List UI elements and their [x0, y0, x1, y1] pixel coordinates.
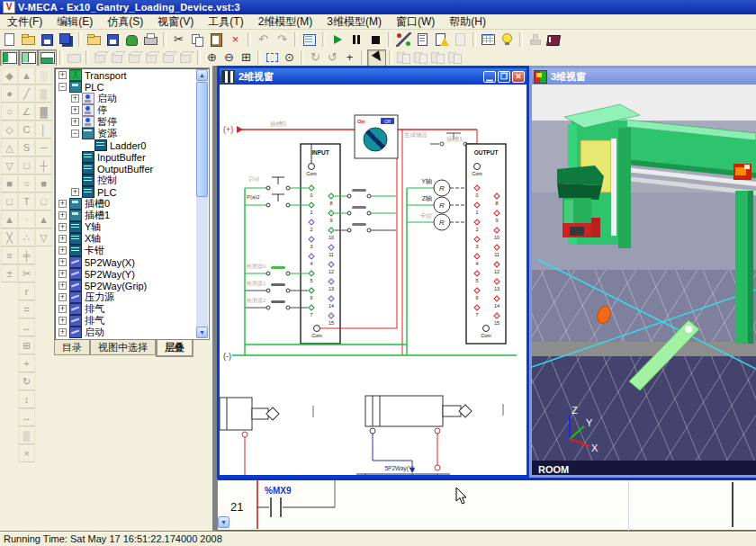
tree-item-插槽1[interactable]: +插槽1: [55, 210, 197, 221]
tree-item-Transport[interactable]: +╳Transport: [55, 69, 197, 81]
zoom-page-button[interactable]: ⊞: [238, 50, 255, 66]
menu-tools[interactable]: 工具(T): [201, 14, 250, 29]
select-cursor-button[interactable]: [367, 49, 386, 67]
tree-item-OutputBuffer[interactable]: OutputBuffer: [55, 163, 197, 175]
new-document-button[interactable]: [0, 31, 19, 49]
rotary-switch[interactable]: On Off: [355, 115, 398, 158]
expand-icon[interactable]: +: [58, 235, 67, 243]
2d-diagram-canvas[interactable]: (+) (-) On Off: [220, 85, 526, 475]
layout-2d-button[interactable]: [0, 49, 19, 67]
tree-item-排气[interactable]: +排气: [55, 315, 197, 327]
save-all-button[interactable]: [57, 31, 76, 49]
export-model-button[interactable]: [122, 31, 141, 49]
tree-item-暂停[interactable]: +暂停: [55, 116, 197, 128]
paste-button[interactable]: [207, 31, 226, 49]
title-bar[interactable]: V V-MECA - Ex10_Gantry_Loading_Device.vs…: [0, 0, 756, 14]
io-table-button[interactable]: [479, 31, 498, 49]
save-file-button[interactable]: [38, 31, 57, 49]
minimize-button[interactable]: ▁: [483, 71, 496, 83]
tree-item-Y轴[interactable]: +Y轴: [55, 221, 197, 233]
print-button[interactable]: [141, 31, 160, 49]
zoom-window-button[interactable]: [264, 50, 281, 66]
expand-icon[interactable]: +: [58, 211, 67, 219]
expand-icon[interactable]: +: [58, 71, 67, 79]
menu-model-3d[interactable]: 3维模型(M): [320, 14, 389, 29]
report-warning-button[interactable]: [432, 31, 451, 49]
stop-simulation-button[interactable]: [366, 31, 385, 49]
zoom-in-button[interactable]: ⊕: [203, 50, 220, 66]
cut-button[interactable]: ✂: [169, 31, 188, 49]
window-2d-title-bar[interactable]: 2维视窗 ▁ ❐ ✕: [220, 68, 526, 85]
tree-item-启动[interactable]: +启动: [55, 327, 197, 338]
menu-help[interactable]: 帮助(H): [442, 14, 493, 29]
expand-icon[interactable]: +: [71, 188, 79, 196]
tree-item-卡钳[interactable]: +卡钳: [55, 245, 197, 256]
tree-item-PLC[interactable]: +PLC: [55, 186, 197, 198]
open-file-button[interactable]: [19, 31, 38, 49]
ladder-editor-pane[interactable]: 21 %MX9 ▼: [217, 478, 756, 531]
scroll-down-button[interactable]: ▼: [196, 327, 208, 338]
run-simulation-button[interactable]: [328, 31, 347, 49]
expand-icon[interactable]: +: [71, 94, 79, 103]
tree-item-5P2Way(X)[interactable]: +5P2Way(X): [55, 256, 197, 268]
tree-item-排气[interactable]: +排气: [55, 303, 197, 315]
tree-item-Ladder0[interactable]: Ladder0: [55, 139, 197, 151]
menu-edit[interactable]: 编辑(E): [50, 14, 100, 29]
tree-item-X轴[interactable]: +X轴: [55, 233, 197, 245]
tab-catalog[interactable]: 目录: [54, 340, 90, 355]
copy-button[interactable]: [188, 31, 207, 49]
expand-icon[interactable]: +: [71, 106, 79, 114]
menu-model-2d[interactable]: 2维模型(M): [251, 14, 320, 29]
tree-item-资源[interactable]: −资源: [55, 128, 197, 139]
zoom-dynamic-button[interactable]: ⊙: [281, 50, 298, 66]
tree-item-5P2Way(Grip)[interactable]: +5P2Way(Grip): [55, 280, 197, 291]
scroll-thumb[interactable]: [196, 82, 208, 197]
maximize-button[interactable]: ❐: [498, 71, 510, 83]
start-contact[interactable]: 启动: [245, 175, 308, 190]
scroll-up-button[interactable]: ▲: [196, 69, 208, 81]
pa2-contact[interactable]: P(a)2: [245, 194, 308, 207]
menu-file[interactable]: 文件(F): [0, 14, 50, 29]
tab-select-in-view[interactable]: 视图中选择: [90, 340, 156, 355]
pause-simulation-button[interactable]: [347, 31, 366, 49]
menu-view[interactable]: 视窗(V): [150, 14, 201, 29]
tip-lamp-button[interactable]: [498, 31, 517, 49]
delete-button[interactable]: ×: [226, 31, 245, 49]
collapse-icon[interactable]: −: [58, 83, 67, 91]
layout-2d-3d-button[interactable]: [19, 49, 38, 67]
ladder-scroll-down-button[interactable]: ▼: [218, 516, 230, 528]
close-button[interactable]: ✕: [512, 71, 525, 83]
open-project-button[interactable]: [85, 31, 104, 49]
tree-item-控制[interactable]: 控制: [55, 175, 197, 186]
sensor-contacts[interactable]: 检测器0检测器1检测器2: [245, 263, 308, 309]
tree-item-5P2Way(Y)[interactable]: +5P2Way(Y): [55, 268, 197, 280]
signal-trace-button[interactable]: [394, 31, 413, 49]
expand-icon[interactable]: +: [71, 118, 79, 126]
expand-icon[interactable]: +: [58, 258, 67, 266]
pan-view-button[interactable]: +: [341, 50, 358, 66]
expand-icon[interactable]: +: [58, 317, 67, 325]
tree-item-停[interactable]: +停: [55, 104, 197, 116]
expand-icon[interactable]: +: [58, 270, 67, 278]
report-button[interactable]: [413, 31, 432, 49]
help-book-button[interactable]: [544, 31, 563, 49]
layout-quad-button[interactable]: [38, 49, 57, 67]
expand-icon[interactable]: +: [58, 223, 67, 231]
zoom-out-button[interactable]: ⊖: [220, 50, 238, 66]
menu-window[interactable]: 窗口(W): [389, 14, 442, 29]
tree-item-启动[interactable]: +启动: [55, 93, 197, 104]
save-project-button[interactable]: [104, 31, 122, 49]
tree-item-插槽0[interactable]: +插槽0: [55, 198, 197, 210]
tree-item-压力源[interactable]: +压力源: [55, 291, 197, 303]
expand-icon[interactable]: +: [58, 246, 67, 255]
expand-icon[interactable]: +: [58, 328, 67, 336]
model-manager-button[interactable]: [301, 31, 320, 49]
tree-item-InputBuffer[interactable]: InputBuffer: [55, 151, 197, 163]
tree-item-PLC[interactable]: −PLC: [55, 81, 197, 93]
collapse-icon[interactable]: −: [71, 130, 79, 138]
menu-simulation[interactable]: 仿真(S): [100, 14, 150, 29]
expand-icon[interactable]: +: [58, 200, 67, 208]
expand-icon[interactable]: +: [58, 282, 67, 290]
tree-scrollbar[interactable]: ▲ ▼: [196, 69, 208, 338]
tab-cascade[interactable]: 层叠: [156, 340, 194, 357]
